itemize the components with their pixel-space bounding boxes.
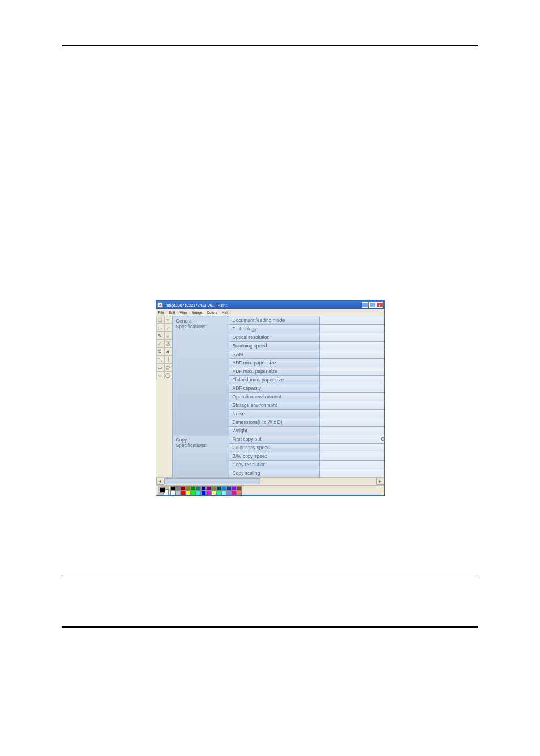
cell-label: Dimensions(H x W x D) <box>229 418 319 427</box>
scroll-right-button[interactable]: ► <box>376 478 384 485</box>
color-swatch[interactable] <box>221 486 226 491</box>
tool-select[interactable]: ☆ <box>164 316 172 324</box>
tool-polygon[interactable]: ⬠ <box>164 363 172 371</box>
menubar: File Edit View Image Colors Help <box>156 309 384 316</box>
cell-label: Noise <box>229 410 319 418</box>
menu-colors[interactable]: Colors <box>207 311 217 315</box>
cell-label: Optical resolution <box>229 333 319 342</box>
tool-ellipse[interactable]: ○ <box>156 371 164 379</box>
cell-value <box>319 342 384 350</box>
color-swatch[interactable] <box>211 486 216 491</box>
menu-help[interactable]: Help <box>222 311 229 315</box>
color-swatch[interactable] <box>170 486 175 491</box>
color-swatch[interactable] <box>206 486 211 491</box>
color-swatch[interactable] <box>181 486 186 491</box>
color-swatch[interactable] <box>221 491 226 495</box>
scroll-track[interactable] <box>164 478 376 485</box>
color-swatch[interactable] <box>196 486 201 491</box>
tool-fill[interactable]: ⟋ <box>164 324 172 332</box>
scroll-left-button[interactable]: ◄ <box>156 478 164 485</box>
tool-rounded-rect[interactable]: ◯ <box>164 371 172 379</box>
cell-value <box>319 384 384 393</box>
cell-label: Storage environment <box>229 401 319 410</box>
tool-picker[interactable]: ✎ <box>156 332 164 340</box>
figure-screenshot: Image20071023173413-001 - Paint _ □ × Fi… <box>156 300 385 496</box>
menu-file[interactable]: File <box>158 311 164 315</box>
tool-pencil[interactable]: ⁄ <box>156 340 164 347</box>
color-swatch[interactable] <box>206 491 211 495</box>
cell-label: First copy out <box>229 435 319 444</box>
tool-text[interactable]: A <box>164 347 172 355</box>
cell-value <box>319 444 384 452</box>
canvas-area: General Specifications: Document feeding… <box>172 316 384 477</box>
tool-eraser[interactable]: ◌ <box>156 324 164 332</box>
color-swatch[interactable] <box>226 486 232 491</box>
tool-magnifier[interactable]: ⌕ <box>164 332 172 340</box>
tool-brush[interactable]: Ⓐ <box>164 340 172 347</box>
window-title: Image20071023173413-001 - Paint <box>165 303 227 307</box>
scroll-thumb[interactable] <box>164 478 260 484</box>
color-swatch[interactable] <box>175 486 181 491</box>
color-swatch[interactable] <box>211 491 216 495</box>
cell-value <box>319 350 384 359</box>
group-general: General Specifications: <box>172 316 229 435</box>
color-swatch[interactable] <box>237 486 242 491</box>
cell-value: -20 <box>319 401 384 410</box>
tool-rectangle[interactable]: ▭ <box>156 363 164 371</box>
tool-airbrush[interactable]: ⤧ <box>156 347 164 355</box>
color-swatch[interactable] <box>201 486 206 491</box>
color-swatch[interactable] <box>232 486 237 491</box>
maximize-button[interactable]: □ <box>369 302 376 308</box>
cell-label: ADF min. paper size <box>229 359 319 367</box>
tool-freeform-select[interactable]: ⬚ <box>156 316 164 324</box>
spec-table: General Specifications: Document feeding… <box>172 316 384 477</box>
cell-value: 8.5 inch <box>319 367 384 376</box>
tool-line[interactable]: ＼ <box>156 355 164 363</box>
color-swatch[interactable] <box>226 491 232 495</box>
menu-view[interactable]: View <box>179 311 187 315</box>
cell-value <box>319 333 384 342</box>
cell-label: Operation environment <box>229 393 319 401</box>
cell-label: Color copy speed <box>229 444 319 452</box>
menu-edit[interactable]: Edit <box>169 311 175 315</box>
color-swatch[interactable] <box>186 491 191 495</box>
horizontal-rule-top <box>62 45 478 46</box>
cell-value: Flatbed <box>319 316 384 325</box>
horizontal-scrollbar: ◄ ► <box>156 477 384 485</box>
foreground-color-icon <box>160 487 165 493</box>
canvas-image[interactable]: General Specifications: Document feeding… <box>172 316 384 477</box>
horizontal-rule-mid <box>62 575 478 575</box>
cell-value <box>319 427 384 435</box>
color-swatch[interactable] <box>216 491 221 495</box>
current-colors[interactable] <box>158 486 169 495</box>
cell-value: 8.5 inch : <box>319 376 384 384</box>
cell-label: Copy scaling <box>229 469 319 478</box>
group-copy: Copy Specifications: <box>172 435 229 478</box>
cell-value <box>319 418 384 427</box>
minimize-button[interactable]: _ <box>362 302 368 308</box>
cell-label: Document feeding mode <box>229 316 319 325</box>
color-swatch[interactable] <box>201 491 206 495</box>
cell-value: Color mode <box>319 435 384 444</box>
color-swatch[interactable] <box>170 491 175 495</box>
color-swatch[interactable] <box>196 491 201 495</box>
cell-label: Weight <box>229 427 319 435</box>
color-swatch[interactable] <box>216 486 221 491</box>
close-button[interactable]: × <box>376 302 383 308</box>
color-swatch[interactable] <box>175 491 181 495</box>
color-swatch[interactable] <box>186 486 191 491</box>
color-swatch[interactable] <box>191 491 196 495</box>
color-swatch[interactable] <box>237 491 242 495</box>
color-swatch[interactable] <box>191 486 196 491</box>
cell-value <box>319 410 384 418</box>
color-swatch[interactable] <box>232 491 237 495</box>
cell-label: ADF max. paper size <box>229 367 319 376</box>
titlebar: Image20071023173413-001 - Paint _ □ × <box>156 301 384 309</box>
color-swatch[interactable] <box>181 491 186 495</box>
cell-value <box>319 469 384 478</box>
cell-value <box>319 461 384 469</box>
paint-window: Image20071023173413-001 - Paint _ □ × Fi… <box>156 300 385 496</box>
horizontal-rule-bottom <box>62 626 478 628</box>
menu-image[interactable]: Image <box>192 311 202 315</box>
tool-curve[interactable]: ⸾ <box>164 355 172 363</box>
